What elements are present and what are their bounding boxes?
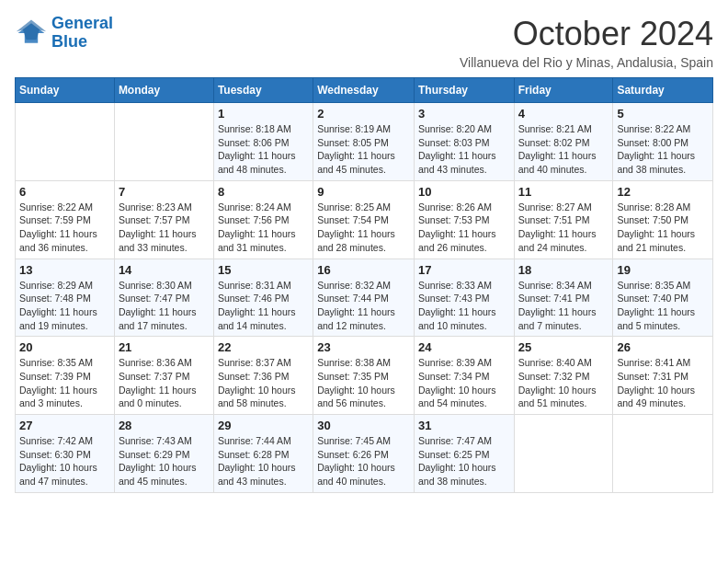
calendar-cell: 14Sunrise: 8:30 AM Sunset: 7:47 PM Dayli… [114,259,213,337]
day-number: 4 [518,107,609,121]
calendar-cell: 20Sunrise: 8:35 AM Sunset: 7:39 PM Dayli… [16,337,115,415]
calendar-week-row: 20Sunrise: 8:35 AM Sunset: 7:39 PM Dayli… [16,337,713,415]
calendar-week-row: 6Sunrise: 8:22 AM Sunset: 7:59 PM Daylig… [16,180,713,259]
calendar-cell: 26Sunrise: 8:41 AM Sunset: 7:31 PM Dayli… [613,337,713,415]
calendar-cell: 31Sunrise: 7:47 AM Sunset: 6:25 PM Dayli… [414,415,514,493]
day-info: Sunrise: 8:41 AM Sunset: 7:31 PM Dayligh… [617,356,709,410]
calendar-cell: 30Sunrise: 7:45 AM Sunset: 6:26 PM Dayli… [313,415,415,493]
calendar-cell: 29Sunrise: 7:44 AM Sunset: 6:28 PM Dayli… [213,415,313,493]
day-number: 26 [617,340,709,354]
calendar-cell: 27Sunrise: 7:42 AM Sunset: 6:30 PM Dayli… [16,415,115,493]
day-info: Sunrise: 8:21 AM Sunset: 8:02 PM Dayligh… [518,122,609,177]
calendar-cell [114,103,213,181]
day-number: 18 [518,263,609,277]
day-info: Sunrise: 8:39 AM Sunset: 7:34 PM Dayligh… [418,356,510,410]
day-info: Sunrise: 8:35 AM Sunset: 7:39 PM Dayligh… [19,356,110,410]
day-number: 28 [119,419,210,432]
day-info: Sunrise: 7:44 AM Sunset: 6:28 PM Dayligh… [218,434,309,488]
calendar-cell: 5Sunrise: 8:22 AM Sunset: 8:00 PM Daylig… [613,103,713,181]
day-info: Sunrise: 8:28 AM Sunset: 7:50 PM Dayligh… [617,201,709,255]
calendar-cell: 11Sunrise: 8:27 AM Sunset: 7:51 PM Dayli… [514,180,613,259]
calendar-cell: 6Sunrise: 8:22 AM Sunset: 7:59 PM Daylig… [16,180,115,259]
day-number: 22 [218,340,309,354]
day-info: Sunrise: 8:22 AM Sunset: 8:00 PM Dayligh… [617,122,709,177]
day-number: 20 [19,340,110,354]
day-number: 10 [418,185,510,199]
weekday-header-row: SundayMondayTuesdayWednesdayThursdayFrid… [16,78,713,103]
calendar-cell: 25Sunrise: 8:40 AM Sunset: 7:32 PM Dayli… [514,337,613,415]
day-info: Sunrise: 7:42 AM Sunset: 6:30 PM Dayligh… [19,434,110,488]
calendar-cell: 7Sunrise: 8:23 AM Sunset: 7:57 PM Daylig… [114,180,213,259]
day-number: 6 [19,185,110,199]
logo-text: General Blue [51,15,113,52]
month-title: October 2024 [460,15,713,53]
calendar-cell: 8Sunrise: 8:24 AM Sunset: 7:56 PM Daylig… [213,180,313,259]
calendar-cell [613,415,713,493]
day-info: Sunrise: 8:31 AM Sunset: 7:46 PM Dayligh… [218,279,309,333]
day-info: Sunrise: 8:34 AM Sunset: 7:41 PM Dayligh… [518,279,609,333]
day-number: 1 [218,107,309,121]
day-number: 23 [317,340,410,354]
day-info: Sunrise: 8:30 AM Sunset: 7:47 PM Dayligh… [119,279,210,333]
weekday-header-wednesday: Wednesday [313,78,415,103]
day-number: 7 [119,185,210,199]
day-info: Sunrise: 8:40 AM Sunset: 7:32 PM Dayligh… [518,356,609,410]
logo: General Blue [15,15,113,52]
weekday-header-sunday: Sunday [16,78,115,103]
day-number: 19 [617,263,709,277]
calendar-cell: 18Sunrise: 8:34 AM Sunset: 7:41 PM Dayli… [514,259,613,337]
calendar-cell: 12Sunrise: 8:28 AM Sunset: 7:50 PM Dayli… [613,180,713,259]
day-number: 25 [518,340,609,354]
calendar-cell: 10Sunrise: 8:26 AM Sunset: 7:53 PM Dayli… [414,180,514,259]
calendar-week-row: 13Sunrise: 8:29 AM Sunset: 7:48 PM Dayli… [16,259,713,337]
day-info: Sunrise: 7:45 AM Sunset: 6:26 PM Dayligh… [317,434,410,488]
calendar-cell: 24Sunrise: 8:39 AM Sunset: 7:34 PM Dayli… [414,337,514,415]
day-number: 8 [218,185,309,199]
day-info: Sunrise: 8:25 AM Sunset: 7:54 PM Dayligh… [317,201,410,255]
calendar-cell: 1Sunrise: 8:18 AM Sunset: 8:06 PM Daylig… [213,103,313,181]
day-info: Sunrise: 8:24 AM Sunset: 7:56 PM Dayligh… [218,201,309,255]
day-info: Sunrise: 8:27 AM Sunset: 7:51 PM Dayligh… [518,201,609,255]
calendar-cell: 3Sunrise: 8:20 AM Sunset: 8:03 PM Daylig… [414,103,514,181]
day-info: Sunrise: 8:22 AM Sunset: 7:59 PM Dayligh… [19,201,110,255]
calendar-cell [514,415,613,493]
calendar-cell: 2Sunrise: 8:19 AM Sunset: 8:05 PM Daylig… [313,103,415,181]
day-number: 3 [418,107,510,121]
day-info: Sunrise: 8:26 AM Sunset: 7:53 PM Dayligh… [418,201,510,255]
weekday-header-thursday: Thursday [414,78,514,103]
day-info: Sunrise: 8:36 AM Sunset: 7:37 PM Dayligh… [119,356,210,410]
day-info: Sunrise: 8:32 AM Sunset: 7:44 PM Dayligh… [317,279,410,333]
day-info: Sunrise: 8:37 AM Sunset: 7:36 PM Dayligh… [218,356,309,410]
day-info: Sunrise: 8:18 AM Sunset: 8:06 PM Dayligh… [218,122,309,177]
calendar-cell: 22Sunrise: 8:37 AM Sunset: 7:36 PM Dayli… [213,337,313,415]
weekday-header-friday: Friday [514,78,613,103]
day-number: 15 [218,263,309,277]
day-number: 30 [317,419,410,432]
calendar-cell [16,103,115,181]
day-number: 13 [19,263,110,277]
logo-icon [15,17,48,50]
day-number: 12 [617,185,709,199]
calendar-week-row: 27Sunrise: 7:42 AM Sunset: 6:30 PM Dayli… [16,415,713,493]
day-info: Sunrise: 8:29 AM Sunset: 7:48 PM Dayligh… [19,279,110,333]
day-info: Sunrise: 8:19 AM Sunset: 8:05 PM Dayligh… [317,122,410,177]
weekday-header-monday: Monday [114,78,213,103]
calendar-cell: 19Sunrise: 8:35 AM Sunset: 7:40 PM Dayli… [613,259,713,337]
calendar-cell: 13Sunrise: 8:29 AM Sunset: 7:48 PM Dayli… [16,259,115,337]
day-number: 5 [617,107,709,121]
title-block: October 2024 Villanueva del Rio y Minas,… [460,15,713,70]
calendar-cell: 9Sunrise: 8:25 AM Sunset: 7:54 PM Daylig… [313,180,415,259]
day-number: 11 [518,185,609,199]
day-info: Sunrise: 8:20 AM Sunset: 8:03 PM Dayligh… [418,122,510,177]
day-number: 29 [218,419,309,432]
day-number: 9 [317,185,410,199]
calendar-table: SundayMondayTuesdayWednesdayThursdayFrid… [15,77,713,493]
weekday-header-saturday: Saturday [613,78,713,103]
location-subtitle: Villanueva del Rio y Minas, Andalusia, S… [460,55,713,70]
calendar-cell: 16Sunrise: 8:32 AM Sunset: 7:44 PM Dayli… [313,259,415,337]
day-number: 14 [119,263,210,277]
page-header: General Blue October 2024 Villanueva del… [15,15,713,70]
svg-marker-1 [17,19,46,40]
day-number: 31 [418,419,510,432]
calendar-cell: 23Sunrise: 8:38 AM Sunset: 7:35 PM Dayli… [313,337,415,415]
